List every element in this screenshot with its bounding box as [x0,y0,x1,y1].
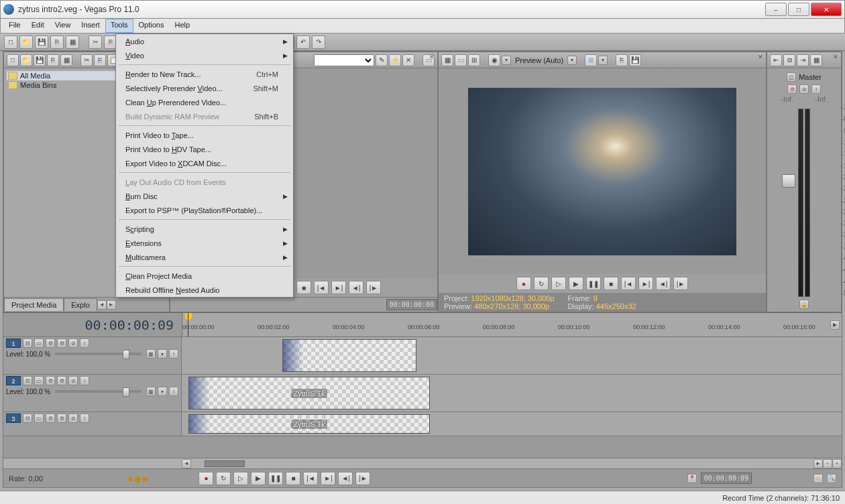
track-lane[interactable] [182,337,842,374]
track-btn-2[interactable]: ⚙ [46,414,55,423]
track-number[interactable]: 1 [6,338,21,348]
timeline-scrollbar[interactable]: ◄ ► − + [3,458,842,468]
transport-prev[interactable]: |◄ [621,277,636,290]
dropdown-icon[interactable]: ▾ [502,56,511,65]
tab-explorer[interactable]: Explo [64,298,97,311]
preview-quality-label[interactable]: Preview (Auto) [512,56,566,64]
trimmer-select[interactable] [314,54,374,66]
toolbar-button-19[interactable]: ↷ [312,36,325,49]
track-btn-5[interactable]: ! [80,338,89,348]
preview-props-icon[interactable]: ▦ [441,54,453,66]
transport-next[interactable]: ►| [331,281,346,294]
menu-item-video[interactable]: Video▶ [116,48,293,62]
trimmer-btn-3[interactable]: ✕ [402,54,414,66]
transport-prev[interactable]: |◄ [303,472,318,485]
transport-step-back[interactable]: ◄| [338,472,353,485]
level-slider[interactable] [55,390,142,393]
toolbar-button-2[interactable]: 💾 [35,36,48,49]
main-timecode[interactable]: 00:00:00:09 [3,313,182,336]
scrollbar-thumb[interactable] [205,460,245,467]
preview-overlay-icon[interactable]: ⊞ [468,54,480,66]
footer-timecode[interactable]: 00:00:00:09 [701,472,752,484]
transport-next[interactable]: ►| [321,472,335,485]
track-btn-4[interactable]: ⊘ [68,414,78,423]
master-settings-icon[interactable]: ◫ [787,72,796,82]
transport-step-back[interactable]: ◄| [656,277,671,290]
track-btn2-1[interactable]: ▾ [158,387,167,396]
track-btn2-1[interactable]: ▾ [158,349,167,359]
track-btn-5[interactable]: ! [80,376,89,385]
transport-step-fwd[interactable]: |► [366,281,381,294]
track-header[interactable]: 2⊟▭⚙⚙⊘!Level: 100,0 %▦▾! [3,375,182,412]
marker-icon[interactable]: ▶ [830,320,840,330]
zoom-icon[interactable]: 🔍 [827,474,836,483]
master-fader[interactable] [782,174,795,188]
menu-item-rebuild-offline-nested-audio[interactable]: Rebuild Offline Nested Audio [116,283,293,297]
menu-view[interactable]: View [50,19,76,33]
transport-next[interactable]: ►| [638,277,653,290]
minimize-button[interactable]: – [765,3,787,16]
dropdown-icon[interactable]: ▾ [567,56,577,65]
toolbar-button-18[interactable]: ↶ [296,36,310,49]
transport-pause[interactable]: ❚❚ [586,277,601,290]
menu-item-selectively-prerender-video[interactable]: Selectively Prerender Video...Shift+M [116,81,293,95]
menu-item-scripting[interactable]: Scripting▶ [116,222,293,236]
scroll-right-icon[interactable]: ► [813,459,823,468]
transport-stop[interactable]: ■ [604,277,618,290]
master-fx-icon[interactable]: ⚙ [787,84,797,94]
menu-item-audio[interactable]: Audio▶ [116,34,293,48]
menu-edit[interactable]: Edit [26,19,50,33]
menu-item-clean-project-media[interactable]: Clean Project Media [116,269,293,283]
toolbar-button-5[interactable]: ✂ [80,54,93,66]
track-number[interactable]: 2 [6,376,21,385]
clip[interactable]: ZytruS.Tk [188,377,430,410]
track-number[interactable]: 3 [6,414,21,423]
toolbar-button-0[interactable]: □ [4,36,17,49]
menu-item-export-video-to-xdcam-disc[interactable]: Export Video to XDCAM Disc... [116,156,293,170]
menu-insert[interactable]: Insert [76,19,105,33]
track-lane[interactable]: ZytruS.Tk [182,375,842,412]
menu-help[interactable]: Help [169,19,195,33]
toolbar-button-1[interactable]: 📁 [20,54,32,66]
transport-step-fwd[interactable]: |► [673,277,688,290]
preview-grid-icon[interactable]: ⊞ [585,54,597,66]
track-btn-3[interactable]: ⚙ [57,338,66,348]
toolbar-button-1[interactable]: 📁 [19,36,33,49]
track-btn-4[interactable]: ⊘ [68,338,78,348]
trimmer-btn-2[interactable]: ⚡ [389,54,401,66]
transport-play-start[interactable]: ▷ [233,472,248,485]
transport-stop[interactable]: ■ [296,281,311,294]
menu-options[interactable]: Options [133,19,170,33]
master-solo-icon[interactable]: ! [811,84,821,94]
preview-ext-icon[interactable]: ▭ [455,54,467,66]
close-icon[interactable]: ✕ [832,54,840,62]
track-btn-0[interactable]: ⊟ [23,338,32,348]
preview-fx-icon[interactable]: ◉ [488,54,500,66]
track-btn2-0[interactable]: ▦ [146,387,156,396]
dropdown-icon[interactable]: ▾ [598,56,608,65]
track-btn2-2[interactable]: ! [169,387,178,396]
master-btn-1[interactable]: ⇤ [770,54,782,66]
transport-loop[interactable]: ↻ [216,472,231,485]
toolbar-button-5[interactable]: ✂ [89,36,102,49]
track-btn-0[interactable]: ⊟ [23,376,32,385]
clip[interactable] [282,339,416,372]
track-btn-3[interactable]: ⚙ [57,376,66,385]
master-lock-icon[interactable]: 🔒 [799,300,809,309]
transport-record[interactable]: ● [199,472,213,485]
menu-item-burn-disc[interactable]: Burn Disc▶ [116,189,293,203]
track-btn-4[interactable]: ⊘ [68,376,78,385]
track-header[interactable]: 1⊟▭⚙⚙⊘!Level: 100,0 %▦▾! [3,337,182,374]
track-btn2-0[interactable]: ▦ [146,349,156,359]
shuttle-icon[interactable]: ◄◆► [125,473,151,484]
track-btn-1[interactable]: ▭ [34,414,44,423]
rate-label[interactable]: Rate: 0,00 [9,475,43,483]
menu-file[interactable]: File [3,19,26,33]
toolbar-button-4[interactable]: ▦ [60,54,72,66]
master-btn-3[interactable]: ⇥ [797,54,809,66]
transport-play[interactable]: ▶ [251,472,266,485]
track-btn-2[interactable]: ⚙ [46,338,55,348]
toolbar-button-4[interactable]: ▦ [66,36,79,49]
arm-record-icon[interactable]: ▭ [813,474,823,483]
master-btn-2[interactable]: ⧉ [783,54,795,66]
